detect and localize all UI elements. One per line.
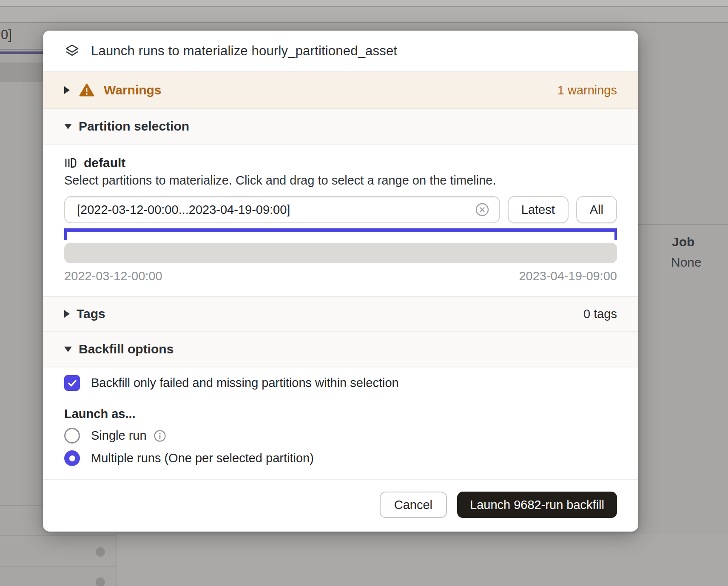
partition-selection-header: Partition selection — [79, 119, 189, 134]
dialog-footer: Cancel Launch 9682-run backfill — [43, 479, 638, 532]
all-button[interactable]: All — [576, 196, 617, 223]
single-run-label: Single run — [91, 429, 147, 443]
status-dot-icon — [96, 547, 105, 557]
backfill-options-header: Backfill options — [79, 342, 173, 356]
single-run-option[interactable]: Single run — [64, 428, 617, 444]
warnings-section-toggle[interactable]: Warnings 1 warnings — [43, 71, 638, 109]
warnings-label: Warnings — [104, 83, 162, 97]
partition-selection-description: Select partitions to materialize. Click … — [64, 174, 617, 188]
chevron-right-icon — [64, 310, 70, 318]
partition-dimension-icon — [64, 156, 77, 169]
warnings-count: 1 warnings — [557, 83, 617, 97]
dialog-title: Launch runs to materialize hourly_partit… — [91, 43, 397, 59]
background-partial-input-text: 0] — [1, 27, 12, 43]
backfill-only-failed-checkbox-row[interactable]: Backfill only failed and missing partiti… — [64, 375, 617, 391]
background-divider — [0, 22, 728, 23]
chevron-down-icon — [64, 124, 72, 129]
range-selection-bar — [64, 228, 617, 232]
backfill-options-section-toggle[interactable]: Backfill options — [43, 332, 638, 367]
asset-layers-icon — [64, 43, 80, 59]
partition-timeline[interactable] — [64, 243, 617, 263]
background-table-row-divider — [638, 224, 728, 225]
latest-button[interactable]: Latest — [508, 196, 569, 223]
background-toolbar-band — [0, 7, 728, 22]
tags-count: 0 tags — [583, 307, 617, 321]
partition-range-selection-indicator — [64, 228, 617, 241]
background-table-row-divider — [0, 505, 43, 506]
background-job-value: None — [671, 255, 702, 270]
partition-dimension-name: default — [84, 156, 125, 170]
tags-section-toggle[interactable]: Tags 0 tags — [43, 296, 638, 332]
timeline-start-label: 2022-03-12-00:00 — [64, 269, 162, 283]
multiple-runs-option[interactable]: Multiple runs (One per selected partitio… — [64, 450, 617, 466]
cancel-button[interactable]: Cancel — [380, 492, 447, 518]
tags-header: Tags — [77, 307, 105, 321]
info-icon[interactable] — [154, 430, 166, 442]
multiple-runs-label: Multiple runs (One per selected partitio… — [91, 451, 314, 465]
checkbox-checked-icon[interactable] — [64, 375, 80, 391]
checkbox-label: Backfill only failed and missing partiti… — [91, 376, 399, 390]
partition-selection-content: default Select partitions to materialize… — [43, 145, 638, 296]
clear-input-icon[interactable] — [475, 202, 490, 217]
partition-range-input[interactable] — [77, 203, 475, 217]
background-table-row-divider — [0, 566, 116, 567]
background-job-column-header: Job — [672, 235, 694, 249]
timeline-end-label: 2023-04-19-09:00 — [519, 269, 617, 283]
background-table-cell-area — [117, 534, 728, 586]
chevron-right-icon — [64, 86, 70, 94]
launch-as-label: Launch as... — [64, 407, 617, 421]
background-table-row-divider — [0, 535, 116, 536]
chevron-down-icon — [64, 347, 72, 352]
warning-triangle-icon — [79, 83, 94, 97]
range-end-handle[interactable] — [614, 228, 617, 240]
range-start-handle[interactable] — [64, 228, 67, 240]
partition-selection-section-toggle[interactable]: Partition selection — [43, 109, 638, 145]
launch-backfill-dialog: Launch runs to materialize hourly_partit… — [43, 31, 638, 532]
launch-backfill-button[interactable]: Launch 9682-run backfill — [457, 492, 617, 518]
partition-range-input-container — [64, 196, 500, 223]
radio-unchecked-icon[interactable] — [64, 428, 80, 444]
radio-checked-icon[interactable] — [64, 450, 80, 466]
background-top-band — [0, 0, 728, 6]
status-dot-icon — [96, 577, 105, 586]
backfill-options-content: Backfill only failed and missing partiti… — [43, 367, 638, 466]
dialog-header: Launch runs to materialize hourly_partit… — [43, 31, 638, 71]
